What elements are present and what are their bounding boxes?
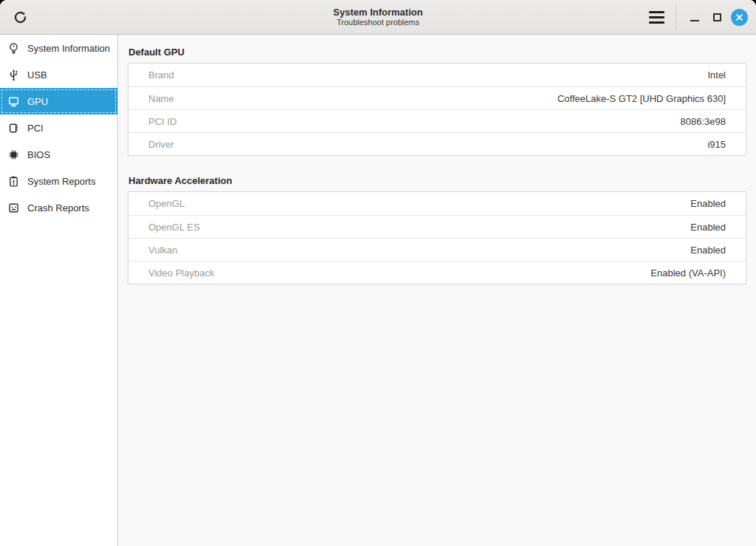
sidebar-item-label: GPU	[27, 96, 48, 107]
table-row: Driver i915	[128, 132, 746, 155]
row-label: Brand	[148, 69, 174, 81]
row-label: Driver	[148, 139, 174, 150]
sidebar-item-bios[interactable]: BIOS	[0, 141, 117, 168]
titlebar-separator	[676, 4, 676, 30]
sidebar-item-label: System Reports	[27, 176, 95, 187]
info-table-hardware-acceleration: OpenGL Enabled OpenGL ES Enabled Vulkan …	[128, 191, 746, 284]
row-label: PCI ID	[148, 116, 176, 127]
sidebar-item-label: PCI	[27, 123, 44, 134]
table-row: Name CoffeeLake-S GT2 [UHD Graphics 630]	[128, 86, 746, 109]
crash-face-icon	[7, 202, 20, 214]
minimize-icon	[690, 20, 699, 21]
chip-icon	[7, 149, 20, 161]
sidebar-item-label: System Information	[27, 43, 110, 54]
table-row: OpenGL Enabled	[128, 192, 746, 215]
clipboard-report-icon	[7, 175, 20, 188]
app-window: System Information Troubleshoot problems	[0, 0, 756, 546]
row-value: Enabled	[690, 222, 726, 233]
row-value: Intel	[707, 69, 726, 81]
sidebar-item-gpu[interactable]: GPU	[0, 88, 117, 115]
refresh-button[interactable]	[10, 7, 30, 27]
monitor-icon	[7, 95, 20, 108]
row-value: Enabled	[690, 245, 726, 256]
window-subtitle: Troubleshoot problems	[337, 18, 419, 27]
table-row: PCI ID 8086:3e98	[128, 109, 746, 132]
main-content: Default GPU Brand Intel Name CoffeeLake-…	[118, 35, 756, 546]
window-body: System Information USB	[0, 35, 756, 546]
row-value: CoffeeLake-S GT2 [UHD Graphics 630]	[557, 93, 726, 104]
row-label: OpenGL	[148, 198, 185, 209]
close-icon	[731, 9, 748, 26]
table-row: OpenGL ES Enabled	[128, 215, 746, 238]
table-row: Video Playback Enabled (VA-API)	[128, 261, 746, 284]
row-value: Enabled (VA-API)	[650, 267, 726, 279]
info-table-default-gpu: Brand Intel Name CoffeeLake-S GT2 [UHD G…	[128, 63, 746, 156]
window-title: System Information	[333, 7, 422, 18]
table-row: Vulkan Enabled	[128, 238, 746, 261]
usb-icon	[7, 69, 20, 81]
sidebar-item-system-reports[interactable]: System Reports	[0, 168, 117, 194]
maximize-button[interactable]	[706, 4, 728, 30]
table-row: Brand Intel	[128, 64, 746, 86]
sidebar-item-pci[interactable]: PCI	[0, 115, 117, 141]
section-hardware-acceleration: Hardware Acceleration OpenGL Enabled Ope…	[128, 173, 746, 284]
row-value: i915	[707, 139, 726, 150]
row-label: OpenGL ES	[148, 222, 200, 233]
sidebar-item-label: BIOS	[27, 149, 50, 160]
titlebar: System Information Troubleshoot problems	[0, 0, 756, 35]
section-title: Default GPU	[128, 44, 746, 63]
sidebar-item-crash-reports[interactable]: Crash Reports	[0, 194, 117, 221]
section-title: Hardware Acceleration	[128, 173, 746, 191]
section-default-gpu: Default GPU Brand Intel Name CoffeeLake-…	[128, 44, 746, 156]
maximize-icon	[713, 13, 721, 21]
window-controls	[642, 0, 756, 34]
sidebar-item-label: USB	[27, 69, 47, 81]
sidebar: System Information USB	[0, 35, 118, 546]
sidebar-item-system-information[interactable]: System Information	[0, 35, 117, 61]
sidebar-item-label: Crash Reports	[27, 202, 89, 214]
row-label: Video Playback	[148, 267, 214, 279]
hamburger-menu-icon	[649, 11, 664, 24]
row-label: Vulkan	[148, 245, 177, 256]
pci-card-icon	[7, 122, 20, 134]
close-button[interactable]	[728, 4, 750, 30]
row-value: 8086:3e98	[681, 116, 726, 127]
app-menu-button[interactable]	[642, 4, 671, 30]
minimize-button[interactable]	[684, 4, 706, 30]
lightbulb-icon	[7, 42, 20, 55]
refresh-icon	[13, 10, 28, 25]
row-value: Enabled	[690, 198, 726, 209]
sidebar-item-usb[interactable]: USB	[0, 61, 117, 88]
row-label: Name	[148, 93, 174, 104]
